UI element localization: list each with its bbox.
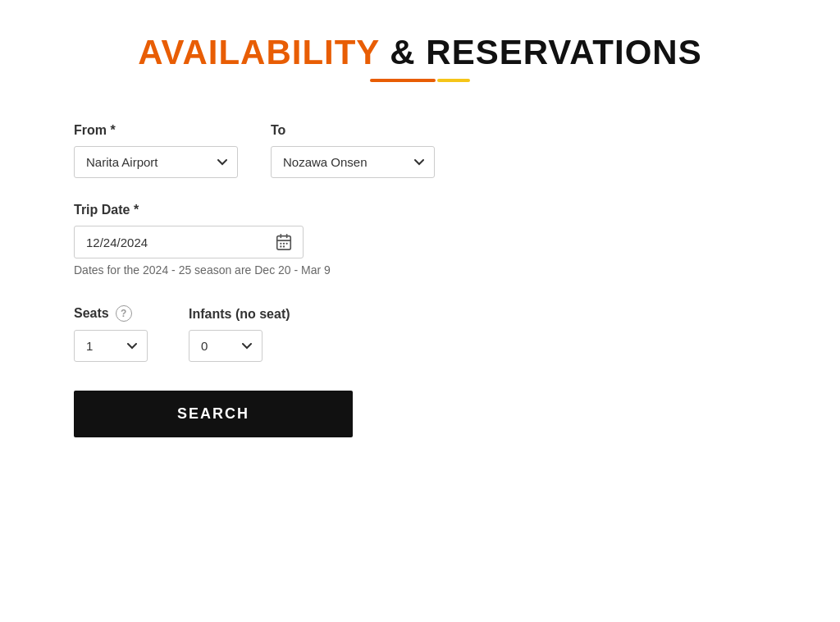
underline-yellow	[437, 79, 470, 82]
search-button[interactable]: SEARCH	[74, 391, 353, 437]
to-group: To Nozawa Onsen Nagano Hakuba Myoko	[271, 123, 435, 178]
to-label: To	[271, 123, 435, 138]
help-icon[interactable]: ?	[116, 305, 132, 322]
from-to-row: From * Narita Airport Haneda Airport Tok…	[74, 123, 774, 178]
calendar-icon	[275, 233, 293, 251]
calendar-button[interactable]	[265, 226, 303, 258]
trip-date-label: Trip Date *	[74, 203, 774, 217]
infants-label: Infants (no seat)	[189, 307, 290, 322]
from-group: From * Narita Airport Haneda Airport Tok…	[74, 123, 238, 178]
from-select[interactable]: Narita Airport Haneda Airport Tokyo Stat…	[74, 146, 238, 178]
season-info: Dates for the 2024 - 25 season are Dec 2…	[74, 263, 774, 277]
seats-select[interactable]: 1 2 3 4 5 6 7 8	[74, 330, 148, 362]
trip-date-input[interactable]	[75, 227, 265, 258]
seats-group: Seats ? 1 2 3 4 5 6 7 8	[74, 305, 148, 362]
seats-infants-row: Seats ? 1 2 3 4 5 6 7 8 Infants (no seat…	[74, 305, 774, 362]
trip-date-group: Trip Date *	[74, 203, 774, 258]
infants-group: Infants (no seat) 0 1 2 3 4	[189, 307, 290, 362]
to-select[interactable]: Nozawa Onsen Nagano Hakuba Myoko	[271, 146, 435, 178]
from-label: From *	[74, 123, 238, 138]
date-input-wrapper	[74, 226, 304, 258]
page-title: AVAILABILITY & RESERVATIONS	[66, 33, 774, 72]
title-availability: AVAILABILITY	[138, 33, 379, 71]
page-container: AVAILABILITY & RESERVATIONS From * Narit…	[0, 0, 840, 622]
infants-select[interactable]: 0 1 2 3 4	[189, 330, 262, 362]
seats-label: Seats	[74, 306, 109, 321]
form-section: From * Narita Airport Haneda Airport Tok…	[66, 123, 774, 437]
title-underline	[66, 79, 774, 82]
title-reservations: RESERVATIONS	[426, 33, 701, 71]
seats-label-row: Seats ?	[74, 305, 148, 322]
header-section: AVAILABILITY & RESERVATIONS	[66, 33, 774, 82]
title-ampersand: &	[380, 33, 427, 71]
underline-orange	[370, 79, 436, 82]
